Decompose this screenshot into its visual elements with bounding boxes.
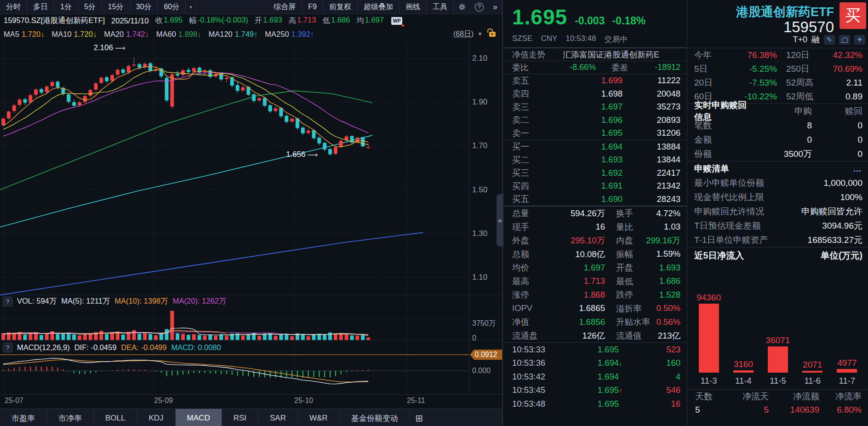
toolbar-button-画线[interactable]: 画线 bbox=[400, 0, 427, 14]
flow-header: 近5日净流入 单位(万元) bbox=[688, 248, 868, 263]
candle bbox=[61, 86, 65, 96]
level-price: 1.690 bbox=[545, 194, 622, 204]
flow-footer-value: 5 bbox=[735, 405, 769, 415]
period-button-多日[interactable]: 多日 bbox=[27, 0, 54, 14]
volume-bar bbox=[301, 334, 305, 340]
currency-label: CNY bbox=[541, 34, 557, 45]
level-label: 买三 bbox=[512, 167, 545, 178]
ma-label: MA20 bbox=[104, 30, 124, 39]
alert-bell-icon[interactable] bbox=[839, 35, 850, 45]
perf-label: 250日 bbox=[786, 63, 830, 75]
candle bbox=[361, 136, 365, 147]
period-button-60分[interactable]: 60分 bbox=[158, 0, 186, 14]
ask-row-卖三[interactable]: 卖三1.69735273 bbox=[504, 100, 687, 114]
tab-市净率[interactable]: 市净率 bbox=[47, 409, 94, 426]
info-field-均: 均1.697 bbox=[356, 16, 384, 26]
candle-body bbox=[132, 64, 136, 65]
candle bbox=[116, 69, 120, 76]
candle-body bbox=[274, 109, 278, 111]
edit-pencil-icon[interactable]: ✎ bbox=[824, 35, 835, 45]
period-button-5分[interactable]: 5分 bbox=[78, 0, 102, 14]
candle-body bbox=[137, 64, 141, 68]
toolbar-button-综合屏[interactable]: 综合屏 bbox=[268, 0, 302, 14]
toolbar-button-前复权[interactable]: 前复权 bbox=[323, 0, 358, 14]
period-dropdown-icon[interactable]: ▾ bbox=[186, 0, 196, 14]
volume-bar bbox=[78, 335, 81, 340]
tab-RSI[interactable]: RSI bbox=[222, 409, 258, 426]
period-button-15分[interactable]: 15分 bbox=[102, 0, 130, 14]
time-axis: 25-0725-0925-1025-11 bbox=[0, 394, 502, 409]
bid-row-买三[interactable]: 买三1.69222417 bbox=[504, 167, 687, 180]
volume-bar bbox=[132, 330, 136, 340]
ask-row-卖四[interactable]: 卖四1.69820048 bbox=[504, 87, 687, 101]
bid-row-买五[interactable]: 买五1.69028243 bbox=[504, 193, 687, 206]
list-label: 最小申赎单位份额 bbox=[694, 177, 823, 189]
list-value: 100% bbox=[840, 192, 862, 202]
weicha-value: -18912 bbox=[628, 63, 680, 72]
panel-collapse-handle[interactable]: » bbox=[497, 194, 503, 247]
tab-KDJ[interactable]: KDJ bbox=[137, 409, 175, 426]
vol-help-icon[interactable]: ? bbox=[3, 297, 12, 306]
bid-row-买四[interactable]: 买四1.69121342 bbox=[504, 179, 687, 193]
period-buttons: 分时多日1分5分15分30分60分 bbox=[0, 0, 186, 14]
ask-row-卖五[interactable]: 卖五1.69911222 bbox=[504, 74, 687, 87]
wp-widget-icon[interactable]: WP bbox=[391, 17, 402, 25]
subscribe-row-份额: 份额3500万0 bbox=[688, 147, 868, 161]
tab-BOLL[interactable]: BOLL bbox=[94, 409, 137, 426]
nav-row[interactable]: 净值走势 汇添富国证港股通创新药E bbox=[504, 48, 687, 61]
add-indicator-button[interactable]: ⊞ bbox=[410, 409, 428, 426]
perf-label: 52周高 bbox=[786, 77, 830, 89]
perf-value: 70.69% bbox=[830, 64, 862, 74]
toolbar-button-超级叠加[interactable]: 超级叠加 bbox=[358, 0, 400, 14]
ask-row-卖二[interactable]: 卖二1.69620893 bbox=[504, 114, 687, 127]
candle-body bbox=[110, 75, 114, 81]
more-tools-icon[interactable]: » bbox=[488, 0, 502, 14]
tab-基金份额变动[interactable]: 基金份额变动 bbox=[340, 409, 410, 426]
perf-row-今年: 今年76.38%120日42.32% bbox=[688, 48, 868, 62]
period-button-1分[interactable]: 1分 bbox=[54, 0, 78, 14]
list-title: 申赎清单 bbox=[694, 163, 853, 175]
ma-value: 1.392↑ bbox=[291, 30, 314, 39]
ma-value: 1.898↓ bbox=[178, 30, 201, 39]
subscribe-value-redeem: 0 bbox=[812, 121, 862, 131]
tab-市盈率[interactable]: 市盈率 bbox=[0, 409, 47, 426]
annotation-low: 1.656⟶ bbox=[286, 150, 318, 159]
more-ellipsis-icon[interactable]: … bbox=[853, 164, 862, 174]
volume-bar bbox=[143, 333, 147, 340]
list-row-T日预估现金差额: T日预估现金差额3094.96元 bbox=[688, 219, 868, 233]
macd-help-icon[interactable]: ? bbox=[3, 343, 12, 352]
low-value-label: 1.656 bbox=[286, 150, 306, 159]
perf-value: 76.38% bbox=[729, 50, 777, 60]
days-dropdown-icon[interactable]: ▼ bbox=[477, 31, 483, 37]
volume-bar bbox=[99, 331, 103, 340]
tick-price: 1.694 bbox=[560, 358, 619, 368]
level-price: 1.697 bbox=[545, 102, 622, 112]
level-label: 卖五 bbox=[512, 75, 545, 86]
tab-SAR[interactable]: SAR bbox=[258, 409, 298, 426]
bid-row-买一[interactable]: 买一1.69413884 bbox=[504, 140, 687, 154]
info-field-幅: 幅-0.18%(-0.003) bbox=[189, 16, 248, 26]
period-button-30分[interactable]: 30分 bbox=[130, 0, 158, 14]
candle bbox=[18, 98, 22, 107]
candle-body bbox=[236, 85, 240, 91]
stat-label: 振幅 bbox=[616, 248, 633, 260]
bid-row-买二[interactable]: 买二1.69313844 bbox=[504, 153, 687, 167]
tab-W&R[interactable]: W&R bbox=[298, 409, 340, 426]
period-button-分时[interactable]: 分时 bbox=[0, 0, 27, 14]
time-axis-label-25-10: 25-10 bbox=[294, 397, 313, 405]
flow-date-label: 11-4 bbox=[726, 376, 760, 386]
volume-bar bbox=[105, 334, 108, 340]
visible-days-label[interactable]: (68日) bbox=[453, 29, 474, 39]
toolbar-button-F9[interactable]: F9 bbox=[302, 0, 323, 14]
unlock-icon[interactable] bbox=[489, 32, 496, 37]
tick-time: 10:53:36 bbox=[512, 358, 560, 368]
help-icon[interactable]: ? bbox=[470, 0, 488, 14]
info-field-value: -0.18%(-0.003) bbox=[198, 16, 248, 26]
ask-row-卖一[interactable]: 卖一1.69531206 bbox=[504, 127, 687, 140]
toolbar-button-工具[interactable]: 工具 bbox=[427, 0, 454, 14]
stats-row-总量: 总量594.26万换手4.72% bbox=[504, 207, 687, 220]
tab-MACD[interactable]: MACD bbox=[176, 409, 222, 426]
buy-button[interactable]: 买 bbox=[839, 2, 866, 29]
add-watchlist-icon[interactable]: + bbox=[854, 35, 865, 45]
settings-gear-icon[interactable] bbox=[454, 0, 470, 14]
